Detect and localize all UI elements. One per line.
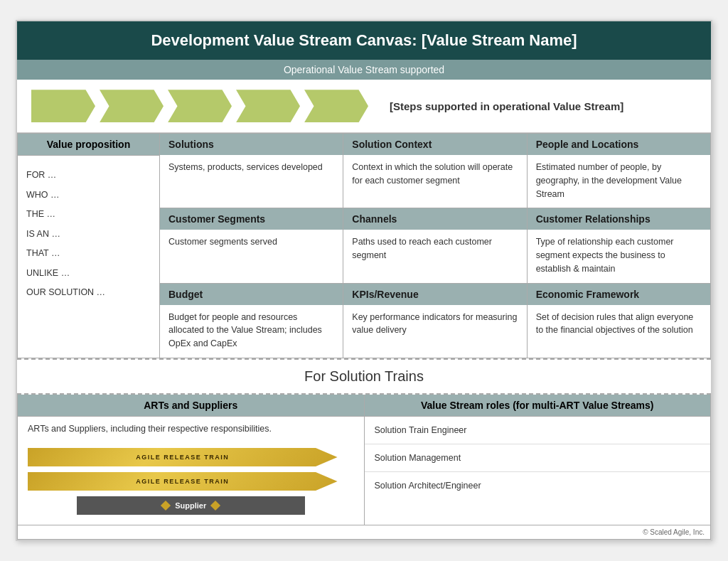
budget-cell: Budget Budget for people and resources a… bbox=[160, 284, 343, 358]
arts-suppliers-body: ARTs and Suppliers, including their resp… bbox=[18, 417, 364, 441]
role-item-1: Solution Train Engineer bbox=[365, 417, 711, 444]
value-proposition-cell: Value proposition FOR … WHO … THE … IS A… bbox=[18, 134, 160, 358]
arts-suppliers-header: ARTs and Suppliers bbox=[18, 395, 364, 417]
arrows-section: [Steps supported in operational Value St… bbox=[17, 80, 711, 133]
budget-body: Budget for people and resources allocate… bbox=[168, 311, 334, 351]
solution-context-body: Context in which the solution will opera… bbox=[352, 161, 518, 188]
role-item-2: Solution Management bbox=[365, 444, 711, 472]
arrow-2 bbox=[100, 90, 164, 122]
value-proposition-body: FOR … WHO … THE … IS AN … THAT … UNLIKE … bbox=[18, 156, 159, 313]
value-proposition-header: Value proposition bbox=[18, 134, 159, 156]
vs-roles-header: Value Stream roles (for multi-ART Value … bbox=[365, 395, 711, 417]
vp-item-4: IS AN … bbox=[26, 225, 151, 245]
page-title: Development Value Stream Canvas: [Value … bbox=[17, 21, 711, 60]
customer-relationships-header: Customer Relationships bbox=[528, 208, 710, 230]
solutions-header: Solutions bbox=[160, 134, 343, 155]
vs-roles-body: Solution Train Engineer Solution Managem… bbox=[365, 417, 711, 499]
solution-context-cell: Solution Context Context in which the so… bbox=[343, 134, 527, 208]
arrow-5 bbox=[304, 90, 368, 122]
customer-relationships-cell: Customer Relationships Type of relations… bbox=[528, 208, 711, 283]
people-locations-header: People and Locations bbox=[528, 134, 710, 155]
customer-relationships-body: Type of relationship each customer segme… bbox=[536, 235, 702, 275]
arrow-4 bbox=[236, 90, 300, 122]
supplier-label: Supplier bbox=[175, 501, 206, 510]
arrows-label: [Steps supported in operational Value St… bbox=[390, 100, 623, 112]
ops-band: Operational Value Stream supported bbox=[17, 60, 711, 80]
vp-item-5: THAT … bbox=[26, 244, 151, 264]
arts-suppliers-cell: ARTs and Suppliers ARTs and Suppliers, i… bbox=[18, 395, 365, 525]
art-illustrations: AGILE RELEASE TRAIN AGILE RELEASE TRAIN … bbox=[18, 441, 364, 525]
vp-item-2: WHO … bbox=[26, 186, 151, 205]
arrows-container bbox=[31, 90, 373, 122]
budget-header: Budget bbox=[160, 284, 343, 305]
channels-body: Paths used to reach each customer segmen… bbox=[352, 235, 518, 262]
customer-segments-header: Customer Segments bbox=[160, 208, 343, 230]
people-locations-body: Estimated number of people, by geography… bbox=[536, 161, 702, 201]
art-track-2: AGILE RELEASE TRAIN bbox=[28, 472, 354, 492]
arrow-1 bbox=[31, 90, 95, 122]
bottom-grid: ARTs and Suppliers ARTs and Suppliers, i… bbox=[17, 395, 711, 525]
vp-item-3: THE … bbox=[26, 205, 151, 225]
art-arrow-2: AGILE RELEASE TRAIN bbox=[28, 472, 338, 491]
vp-item-7: OUR SOLUTION … bbox=[26, 283, 151, 303]
art-arrow-1: AGILE RELEASE TRAIN bbox=[28, 448, 338, 466]
vp-item-6: UNLIKE … bbox=[26, 264, 151, 284]
footer: © Scaled Agile, Inc. bbox=[17, 525, 711, 540]
economic-framework-header: Economic Framework bbox=[528, 284, 710, 305]
economic-framework-cell: Economic Framework Set of decision rules… bbox=[528, 284, 711, 358]
kpis-revenue-cell: KPIs/Revenue Key performance indicators … bbox=[343, 284, 527, 358]
channels-cell: Channels Paths used to reach each custom… bbox=[343, 208, 527, 283]
people-locations-cell: People and Locations Estimated number of… bbox=[528, 134, 711, 208]
solutions-cell: Solutions Systems, products, services de… bbox=[160, 134, 343, 208]
vp-item-1: FOR … bbox=[26, 166, 151, 186]
customer-segments-body: Customer segments served bbox=[168, 235, 334, 249]
supplier-bar: Supplier bbox=[77, 496, 305, 515]
economic-framework-body: Set of decision rules that align everyon… bbox=[536, 311, 702, 338]
solution-context-header: Solution Context bbox=[343, 134, 526, 155]
main-grid: Value proposition FOR … WHO … THE … IS A… bbox=[17, 133, 711, 358]
kpis-revenue-body: Key performance indicators for measuring… bbox=[352, 311, 518, 338]
arrow-3 bbox=[168, 90, 232, 122]
art-track-1: AGILE RELEASE TRAIN bbox=[28, 448, 354, 468]
vs-roles-cell: Value Stream roles (for multi-ART Value … bbox=[365, 395, 712, 525]
diamond-left-icon bbox=[161, 501, 171, 511]
role-item-3: Solution Architect/Engineer bbox=[365, 472, 711, 499]
customer-segments-cell: Customer Segments Customer segments serv… bbox=[160, 208, 343, 283]
solutions-body: Systems, products, services developed bbox=[168, 161, 334, 174]
solution-trains-divider: For Solution Trains bbox=[17, 358, 711, 395]
diamond-right-icon bbox=[210, 501, 220, 511]
kpis-revenue-header: KPIs/Revenue bbox=[343, 284, 526, 305]
channels-header: Channels bbox=[343, 208, 526, 230]
